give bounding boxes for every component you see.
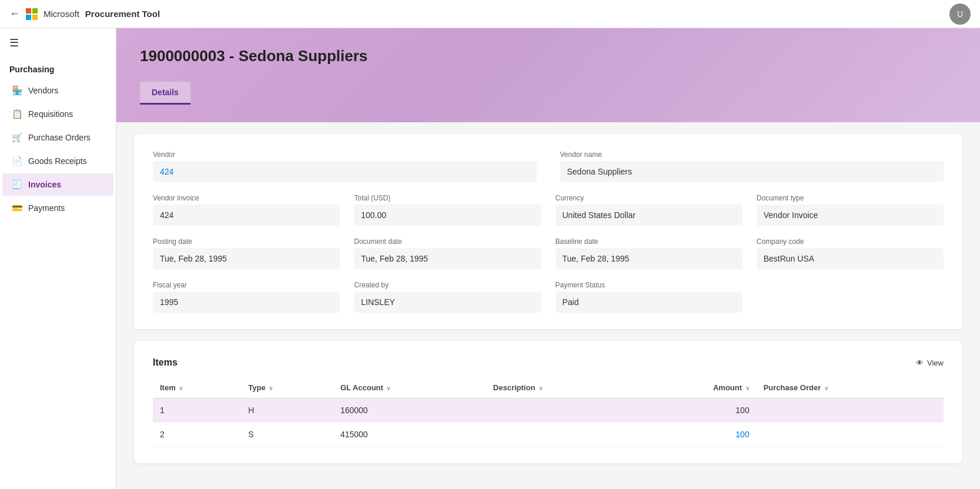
cell-type-1: S bbox=[241, 423, 333, 447]
col-purchase-order[interactable]: Purchase Order ∨ bbox=[757, 377, 944, 398]
main-content: 1900000003 - Sedona Suppliers Details Ve… bbox=[116, 28, 980, 489]
table-row: 2 S 415000 100 bbox=[153, 423, 944, 447]
cell-type-0: H bbox=[241, 398, 333, 423]
cell-desc-1 bbox=[486, 423, 637, 447]
items-table: Item ∨ Type ∨ GL Account ∨ bbox=[153, 377, 944, 447]
payment-status-value: Paid bbox=[556, 292, 742, 313]
invoices-icon: 🧾 bbox=[12, 179, 22, 190]
cell-po-1 bbox=[757, 423, 944, 447]
cell-po-0 bbox=[757, 398, 944, 423]
cell-gl-0: 160000 bbox=[333, 398, 486, 423]
vendor-invoice-field: Vendor invoice 424 bbox=[153, 194, 340, 226]
sidebar-item-label-invoices: Invoices bbox=[28, 180, 61, 189]
posting-date-value: Tue, Feb 28, 1995 bbox=[153, 248, 340, 269]
sidebar-item-goods-receipts[interactable]: 📄 Goods Receipts bbox=[2, 150, 113, 172]
requisitions-icon: 📋 bbox=[12, 109, 22, 119]
invoice-row: Vendor invoice 424 Total (USD) 100.00 Cu… bbox=[153, 194, 944, 226]
baseline-date-value: Tue, Feb 28, 1995 bbox=[556, 248, 742, 269]
sidebar-item-label-payments: Payments bbox=[28, 203, 65, 213]
back-button[interactable]: ← bbox=[9, 8, 20, 20]
goods-receipts-icon: 📄 bbox=[12, 156, 22, 166]
fiscal-year-field: Fiscal year 1995 bbox=[153, 281, 340, 313]
created-by-label: Created by bbox=[354, 281, 541, 289]
vendor-field: Vendor 424 bbox=[153, 150, 537, 182]
document-type-value: Vendor Invoice bbox=[757, 205, 944, 226]
sidebar-item-label-requisitions: Requisitions bbox=[28, 109, 73, 119]
dates-row: Posting date Tue, Feb 28, 1995 Document … bbox=[153, 237, 944, 269]
company-code-label: Company code bbox=[757, 237, 944, 246]
cell-amount-0: 100 bbox=[637, 398, 756, 423]
sidebar-item-label-vendors: Vendors bbox=[28, 86, 58, 95]
vendor-name-label: Vendor name bbox=[560, 150, 944, 159]
vendor-invoice-value: 424 bbox=[153, 205, 340, 226]
table-header: Item ∨ Type ∨ GL Account ∨ bbox=[153, 377, 944, 398]
sort-icon-desc: ∨ bbox=[539, 385, 543, 391]
tabs: Details bbox=[140, 82, 956, 105]
brand-label: Microsoft bbox=[44, 9, 79, 19]
sort-icon-item: ∨ bbox=[179, 385, 183, 391]
payment-status-label: Payment Status bbox=[556, 281, 742, 289]
sort-icon-type: ∨ bbox=[269, 385, 273, 391]
currency-value: United States Dollar bbox=[556, 205, 742, 226]
page-title: 1900000003 - Sedona Suppliers bbox=[140, 47, 956, 65]
currency-label: Currency bbox=[556, 194, 742, 202]
view-button[interactable]: 👁 View bbox=[916, 359, 944, 367]
posting-date-label: Posting date bbox=[153, 237, 340, 246]
sidebar-item-vendors[interactable]: 🏪 Vendors bbox=[2, 79, 113, 102]
table-row: 1 H 160000 100 bbox=[153, 398, 944, 423]
vendor-invoice-label: Vendor invoice bbox=[153, 194, 340, 202]
vendor-value[interactable]: 424 bbox=[153, 161, 537, 182]
sidebar-item-label-goods-receipts: Goods Receipts bbox=[28, 156, 87, 166]
col-gl-account[interactable]: GL Account ∨ bbox=[333, 377, 486, 398]
sidebar: ☰ Purchasing 🏪 Vendors 📋 Requisitions 🛒 … bbox=[0, 28, 116, 489]
baseline-date-field: Baseline date Tue, Feb 28, 1995 bbox=[556, 237, 742, 269]
sidebar-section-purchasing: Purchasing bbox=[0, 58, 116, 79]
details-card: Vendor 424 Vendor name Sedona Suppliers … bbox=[134, 134, 962, 329]
document-date-value: Tue, Feb 28, 1995 bbox=[354, 248, 541, 269]
fiscal-year-value: 1995 bbox=[153, 292, 340, 313]
hamburger-button[interactable]: ☰ bbox=[0, 28, 116, 58]
avatar[interactable]: U bbox=[949, 4, 971, 25]
total-usd-label: Total (USD) bbox=[354, 194, 541, 202]
table-body: 1 H 160000 100 2 S 415000 100 bbox=[153, 398, 944, 447]
cell-item-0: 1 bbox=[153, 398, 241, 423]
baseline-date-label: Baseline date bbox=[556, 237, 742, 246]
company-code-value: BestRun USA bbox=[757, 248, 944, 269]
vendor-name-value: Sedona Suppliers bbox=[560, 161, 944, 182]
col-description[interactable]: Description ∨ bbox=[486, 377, 637, 398]
view-label: View bbox=[927, 359, 944, 367]
company-code-field: Company code BestRun USA bbox=[757, 237, 944, 269]
app-title: Procurement Tool bbox=[85, 9, 160, 19]
cell-desc-0 bbox=[486, 398, 637, 423]
purchase-orders-icon: 🛒 bbox=[12, 132, 22, 143]
document-type-field: Document type Vendor Invoice bbox=[757, 194, 944, 226]
content-area: Vendor 424 Vendor name Sedona Suppliers … bbox=[116, 122, 980, 489]
col-item[interactable]: Item ∨ bbox=[153, 377, 241, 398]
created-by-field: Created by LINSLEY bbox=[354, 281, 541, 313]
tab-details[interactable]: Details bbox=[140, 82, 190, 105]
vendor-label: Vendor bbox=[153, 150, 537, 159]
total-usd-value: 100.00 bbox=[354, 205, 541, 226]
col-amount[interactable]: Amount ∨ bbox=[637, 377, 756, 398]
microsoft-logo bbox=[26, 8, 38, 20]
col-type[interactable]: Type ∨ bbox=[241, 377, 333, 398]
fiscal-year-label: Fiscal year bbox=[153, 281, 340, 289]
cell-amount-1: 100 bbox=[637, 423, 756, 447]
currency-field: Currency United States Dollar bbox=[556, 194, 742, 226]
cell-item-1: 2 bbox=[153, 423, 241, 447]
page-header: 1900000003 - Sedona Suppliers Details bbox=[116, 28, 980, 122]
sidebar-item-invoices[interactable]: 🧾 Invoices bbox=[2, 173, 113, 196]
sort-icon-gl: ∨ bbox=[386, 385, 390, 391]
view-icon: 👁 bbox=[916, 359, 924, 367]
sidebar-item-requisitions[interactable]: 📋 Requisitions bbox=[2, 103, 113, 125]
topbar: ← Microsoft Procurement Tool U bbox=[0, 0, 980, 28]
sidebar-item-purchase-orders[interactable]: 🛒 Purchase Orders bbox=[2, 126, 113, 149]
items-header: Items 👁 View bbox=[153, 357, 944, 368]
total-usd-field: Total (USD) 100.00 bbox=[354, 194, 541, 226]
payment-status-field: Payment Status Paid bbox=[556, 281, 742, 313]
items-title: Items bbox=[153, 357, 178, 368]
sidebar-item-payments[interactable]: 💳 Payments bbox=[2, 197, 113, 219]
sort-icon-amount: ∨ bbox=[745, 385, 750, 391]
created-by-value: LINSLEY bbox=[354, 292, 541, 313]
cell-gl-1: 415000 bbox=[333, 423, 486, 447]
